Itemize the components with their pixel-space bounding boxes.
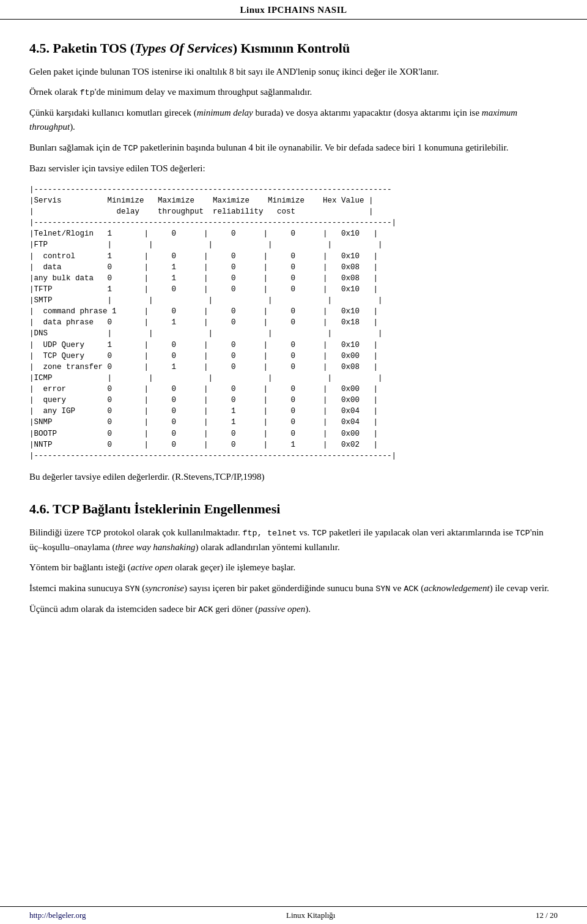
page-header: Linux IPCHAINS NASIL xyxy=(0,0,587,20)
tcp-code-1: TCP xyxy=(123,144,138,153)
footer-url: http://belgeler.org xyxy=(29,911,86,920)
tcp-code-2: TCP xyxy=(86,529,101,538)
section-46-title: 4.6. TCP Bağlantı İsteklerinin Engellenm… xyxy=(29,501,558,517)
footer-center: Linux Kitaplığı xyxy=(286,911,336,920)
tcp-code-3: TCP xyxy=(312,529,327,538)
section-46-para4: Üçüncü adım olarak da istemciden sadece … xyxy=(29,602,558,617)
section-45-para5: Bazı servisler için tavsiye edilen TOS d… xyxy=(29,162,558,176)
section-45-para1: Gelen paket içinde bulunan TOS istenirse… xyxy=(29,65,558,79)
section-46-para1: Bilindiği üzere TCP protokol olarak çok … xyxy=(29,526,558,554)
syn-code-2: SYN xyxy=(375,584,390,594)
tcp-code-4: TCP xyxy=(515,529,530,538)
ack-code-1: ACK xyxy=(404,584,418,594)
section-45-title: 4.5. Paketin TOS (Types Of Services) Kıs… xyxy=(29,40,558,56)
section-45-note: Bu değerler tavsiye edilen değerlerdir. … xyxy=(29,470,558,484)
section-46-para2: Yöntem bir bağlantı isteği (active open … xyxy=(29,561,558,575)
section-45-para2: Örnek olarak ftp'de minimum delay ve max… xyxy=(29,85,558,100)
page-header-title: Linux IPCHAINS NASIL xyxy=(240,5,347,15)
footer-page: 12 / 20 xyxy=(536,911,558,920)
ack-code-2: ACK xyxy=(198,605,213,614)
ftp-telnet-code: ftp, telnet xyxy=(242,529,297,538)
ftp-code: ftp xyxy=(79,88,94,97)
main-content: 4.5. Paketin TOS (Types Of Services) Kıs… xyxy=(0,20,587,659)
section-45-para4: Bunları sağlamak için de TCP paketlerini… xyxy=(29,141,558,155)
section-45-para3: Çünkü karşıdaki kullanıcı komutları gire… xyxy=(29,106,558,135)
syn-code-1: SYN xyxy=(125,584,139,594)
section-46-para3: İstemci makina sunucuya SYN (syncronise)… xyxy=(29,581,558,596)
page-footer: http://belgeler.org Linux Kitaplığı 12 /… xyxy=(0,906,587,924)
section-46: 4.6. TCP Bağlantı İsteklerinin Engellenm… xyxy=(29,501,558,616)
tos-table: |---------------------------------------… xyxy=(29,184,558,461)
